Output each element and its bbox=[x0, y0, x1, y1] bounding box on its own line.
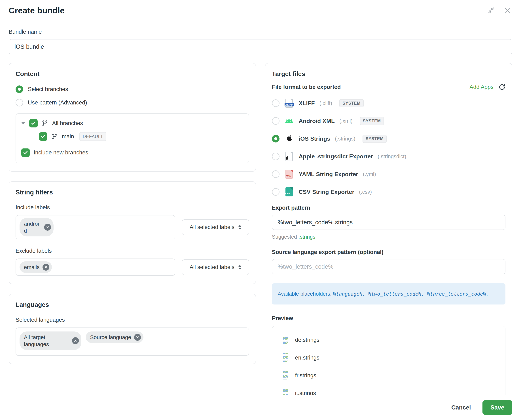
close-icon bbox=[46, 225, 49, 229]
format-ext: (.strings) bbox=[335, 136, 355, 142]
radio-unselected-icon[interactable] bbox=[272, 170, 279, 178]
radio-selected-icon[interactable] bbox=[272, 135, 279, 142]
include-labels-dropdown[interactable]: All selected labels bbox=[182, 219, 249, 235]
left-column: Content Select branches Use pattern (Adv… bbox=[9, 63, 256, 364]
bundle-name-input[interactable] bbox=[9, 39, 512, 54]
string-filters-title: String filters bbox=[15, 189, 249, 196]
format-list: XLIFF XLIFF (.xliff) SYSTEM bbox=[272, 98, 506, 197]
format-option-yaml[interactable]: YML YAML String Exporter (.yml) bbox=[272, 169, 506, 179]
format-option-csv[interactable]: csv CSV String Exporter (.csv) bbox=[272, 187, 506, 197]
format-name: Apple .stringsdict Exporter bbox=[299, 153, 373, 160]
placeholder-three-letters: %three_letters_code% bbox=[427, 291, 486, 297]
file-name: de.strings bbox=[295, 337, 319, 343]
radio-selected-icon[interactable] bbox=[15, 85, 23, 93]
format-name: XLIFF bbox=[299, 100, 315, 107]
radio-unselected-icon[interactable] bbox=[272, 99, 279, 107]
apple-icon bbox=[284, 135, 294, 143]
refresh-icon[interactable] bbox=[499, 84, 506, 90]
languages-card: Languages Selected languages All target … bbox=[9, 294, 256, 364]
suggested-strings-link[interactable]: .strings bbox=[299, 234, 315, 240]
tree-row-all-branches[interactable]: All branches bbox=[21, 119, 243, 128]
string-filters-card: String filters Include labels android bbox=[9, 181, 256, 284]
main-branch-label: main bbox=[62, 133, 74, 140]
dropdown-value: All selected labels bbox=[190, 224, 235, 231]
radio-unselected-icon[interactable] bbox=[272, 117, 279, 125]
format-name: Android XML bbox=[299, 118, 335, 124]
add-apps-area: Add Apps bbox=[470, 84, 506, 90]
radio-select-branches[interactable]: Select branches bbox=[15, 85, 249, 93]
remove-chip-button[interactable] bbox=[72, 337, 79, 344]
check-icon bbox=[31, 121, 36, 126]
close-icon bbox=[44, 266, 48, 269]
target-files-card: Target files File format to be exported … bbox=[265, 63, 512, 395]
include-labels-input[interactable]: android bbox=[15, 215, 175, 239]
add-apps-link[interactable]: Add Apps bbox=[470, 84, 493, 90]
tree-row-main[interactable]: main DEFAULT bbox=[21, 132, 243, 141]
preview-box: de.strings en.strings fr.strings it.stri… bbox=[272, 326, 506, 395]
cancel-button[interactable]: Cancel bbox=[450, 404, 472, 411]
include-labels-label: Include labels bbox=[15, 204, 249, 211]
strings-file-icon bbox=[283, 335, 290, 345]
chip-label: android bbox=[24, 220, 41, 234]
collapse-button[interactable] bbox=[487, 6, 495, 15]
main-branch-checkbox[interactable] bbox=[39, 132, 47, 141]
suggested-line: Suggested .strings bbox=[272, 234, 506, 240]
export-pattern-input[interactable] bbox=[272, 215, 506, 230]
format-name: iOS Strings bbox=[299, 135, 330, 142]
format-name: CSV String Exporter bbox=[299, 189, 354, 195]
selected-languages-input[interactable]: All target languages Source language bbox=[15, 328, 249, 356]
format-option-ios-strings[interactable]: iOS Strings (.strings) SYSTEM bbox=[272, 134, 506, 144]
preview-file-row: de.strings bbox=[272, 335, 505, 345]
preview-label: Preview bbox=[272, 315, 506, 322]
format-option-xliff[interactable]: XLIFF XLIFF (.xliff) SYSTEM bbox=[272, 98, 506, 108]
all-branches-label: All branches bbox=[52, 120, 83, 127]
include-new-branches-checkbox[interactable] bbox=[21, 149, 30, 157]
git-branch-icon bbox=[51, 133, 58, 140]
placeholder-two-letters: %two_letters_code% bbox=[368, 291, 421, 297]
format-ext: (.yml) bbox=[363, 171, 376, 177]
dropdown-value: All selected labels bbox=[190, 264, 235, 270]
save-button[interactable]: Save bbox=[483, 400, 512, 415]
radio-unselected-icon[interactable] bbox=[272, 188, 279, 196]
target-files-title: Target files bbox=[272, 70, 506, 77]
all-branches-checkbox[interactable] bbox=[29, 119, 38, 128]
format-option-stringsdict[interactable]: Apple .stringsdict Exporter (.stringsdic… bbox=[272, 151, 506, 161]
label-chip-emails: emails bbox=[20, 262, 52, 273]
radio-select-branches-label: Select branches bbox=[28, 86, 68, 92]
strings-file-icon bbox=[283, 371, 290, 380]
radio-use-pattern[interactable]: Use pattern (Advanced) bbox=[15, 99, 249, 106]
dialog-title: Create bundle bbox=[9, 6, 65, 15]
remove-chip-button[interactable] bbox=[43, 264, 49, 271]
close-button[interactable] bbox=[503, 6, 512, 15]
remove-chip-button[interactable] bbox=[134, 334, 141, 341]
placeholder-language: %language% bbox=[333, 291, 363, 297]
source-pattern-input[interactable] bbox=[272, 259, 506, 274]
language-chip-all-target: All target languages bbox=[20, 331, 81, 350]
format-option-android-xml[interactable]: Android XML (.xml) SYSTEM bbox=[272, 116, 506, 126]
git-branch-icon bbox=[42, 120, 48, 127]
close-icon bbox=[504, 7, 511, 15]
selected-languages-label: Selected languages bbox=[15, 317, 249, 323]
radio-unselected-icon[interactable] bbox=[15, 99, 23, 106]
chevron-down-icon[interactable] bbox=[21, 122, 25, 124]
sort-arrows-icon bbox=[238, 225, 241, 230]
system-badge: SYSTEM bbox=[360, 117, 384, 125]
format-header: File format to be exported Add Apps bbox=[272, 84, 506, 90]
file-name: it.strings bbox=[295, 390, 316, 395]
dialog-footer: Cancel Save bbox=[0, 395, 521, 420]
format-ext: (.stringsdict) bbox=[378, 154, 406, 159]
remove-chip-button[interactable] bbox=[44, 224, 51, 231]
include-new-branches-label: Include new branches bbox=[34, 149, 88, 156]
create-bundle-dialog: Create bundle Bundle name bbox=[0, 0, 521, 420]
csv-file-icon: csv bbox=[284, 187, 294, 196]
exclude-labels-dropdown[interactable]: All selected labels bbox=[182, 259, 249, 275]
system-badge: SYSTEM bbox=[339, 99, 363, 107]
columns: Content Select branches Use pattern (Adv… bbox=[9, 63, 512, 395]
preview-file-row: fr.strings bbox=[272, 371, 505, 380]
bundle-name-label: Bundle name bbox=[9, 29, 512, 35]
sort-arrows-icon bbox=[238, 265, 241, 270]
tree-row-include-new[interactable]: Include new branches bbox=[21, 149, 243, 157]
exclude-labels-input[interactable]: emails bbox=[15, 259, 175, 276]
radio-unselected-icon[interactable] bbox=[272, 153, 279, 160]
separator: , bbox=[421, 291, 427, 297]
